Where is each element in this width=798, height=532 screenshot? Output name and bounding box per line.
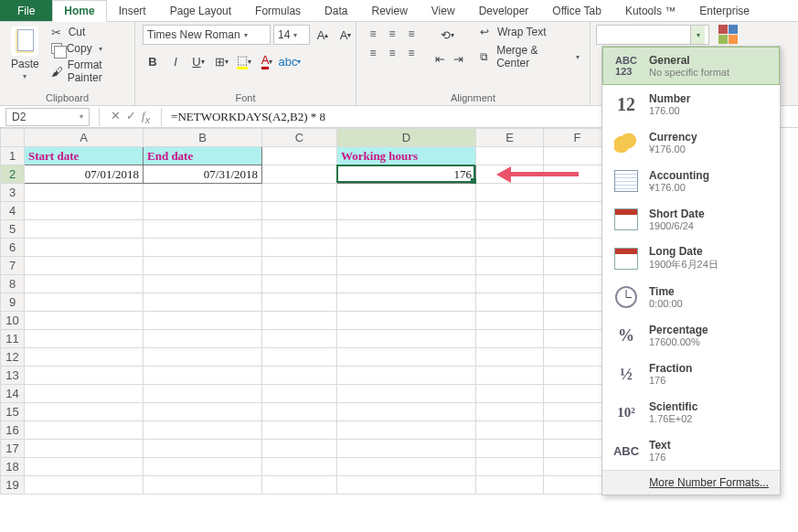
cell-B19[interactable]	[144, 476, 262, 495]
wrap-text-button[interactable]: ↩Wrap Text	[477, 25, 582, 39]
cell-B15[interactable]	[144, 403, 262, 421]
cell-D10[interactable]	[337, 312, 476, 330]
tab-office-tab[interactable]: Office Tab	[540, 0, 613, 21]
cell-B7[interactable]	[144, 257, 262, 275]
cell-C10[interactable]	[262, 312, 337, 330]
cell-A4[interactable]	[25, 202, 144, 220]
cell-D16[interactable]	[337, 421, 476, 440]
cell-D2[interactable]: 176	[337, 165, 476, 184]
cell-B14[interactable]	[144, 385, 262, 403]
cell-B4[interactable]	[144, 202, 262, 220]
cell-E5[interactable]	[476, 220, 544, 239]
cell-D8[interactable]	[337, 275, 476, 293]
cell-A17[interactable]	[25, 440, 144, 458]
cell-E17[interactable]	[476, 440, 544, 458]
cell-D15[interactable]	[337, 403, 476, 421]
row-header-17[interactable]: 17	[1, 440, 25, 458]
row-header-6[interactable]: 6	[1, 239, 25, 257]
cut-button[interactable]: Cut	[48, 25, 127, 39]
cell-E6[interactable]	[476, 239, 544, 257]
tab-insert[interactable]: Insert	[107, 0, 158, 21]
numfmt-number[interactable]: 12Number176.00	[602, 85, 780, 123]
cell-E3[interactable]	[476, 184, 544, 202]
cell-B18[interactable]	[144, 458, 262, 476]
cell-C18[interactable]	[262, 458, 337, 476]
cell-C6[interactable]	[262, 239, 337, 257]
more-number-formats[interactable]: More Number Formats...	[602, 470, 780, 495]
cell-D3[interactable]	[337, 184, 476, 202]
border-button[interactable]: ⊞▾	[211, 51, 231, 71]
tab-developer[interactable]: Developer	[467, 0, 541, 21]
cell-B6[interactable]	[144, 239, 262, 257]
tab-review[interactable]: Review	[359, 0, 419, 21]
cell-D14[interactable]	[337, 385, 476, 403]
tab-view[interactable]: View	[420, 0, 467, 21]
cell-A18[interactable]	[25, 458, 144, 476]
numfmt-fraction[interactable]: ½Fraction176	[602, 355, 780, 393]
copy-button[interactable]: Copy▾	[48, 41, 127, 56]
numfmt-text[interactable]: ABCText176	[602, 431, 780, 470]
format-painter-button[interactable]: Format Painter	[48, 58, 127, 85]
numfmt-scientific[interactable]: 10²Scientific1.76E+02	[602, 393, 780, 431]
row-header-1[interactable]: 1	[1, 147, 25, 165]
col-header-E[interactable]: E	[476, 129, 544, 147]
cell-E9[interactable]	[476, 293, 544, 312]
bold-button[interactable]: B	[143, 51, 163, 71]
cell-E14[interactable]	[476, 385, 544, 403]
grow-font-button[interactable]: A▴	[313, 25, 333, 45]
row-header-7[interactable]: 7	[1, 257, 25, 275]
cell-B17[interactable]	[144, 440, 262, 458]
row-header-16[interactable]: 16	[1, 421, 25, 440]
cell-A14[interactable]	[25, 385, 144, 403]
cell-B5[interactable]	[144, 220, 262, 239]
cell-A3[interactable]	[25, 184, 144, 202]
tab-page-layout[interactable]: Page Layout	[158, 0, 243, 21]
underline-button[interactable]: U▾	[188, 51, 208, 71]
font-color-button[interactable]: A▾	[257, 51, 277, 71]
numfmt-longdate[interactable]: Long Date1900年6月24日	[602, 239, 780, 278]
row-header-10[interactable]: 10	[1, 312, 25, 330]
cell-E16[interactable]	[476, 421, 544, 440]
numfmt-accounting[interactable]: Accounting¥176.00	[602, 162, 780, 200]
row-header-15[interactable]: 15	[1, 403, 25, 421]
align-bottom-button[interactable]: ≡	[402, 25, 420, 43]
cell-D11[interactable]	[337, 330, 476, 348]
cell-A12[interactable]	[25, 348, 144, 367]
numfmt-shortdate[interactable]: Short Date1900/6/24	[602, 200, 780, 239]
cell-C12[interactable]	[262, 348, 337, 367]
row-header-5[interactable]: 5	[1, 220, 25, 239]
cell-C16[interactable]	[262, 421, 337, 440]
tab-formulas[interactable]: Formulas	[243, 0, 313, 21]
cell-B11[interactable]	[144, 330, 262, 348]
cell-D5[interactable]	[337, 220, 476, 239]
font-size-combo[interactable]: 14▾	[273, 25, 310, 45]
cell-B2[interactable]: 07/31/2018	[144, 165, 262, 184]
phonetic-button[interactable]: abc▾	[280, 51, 300, 71]
cell-B8[interactable]	[144, 275, 262, 293]
cell-C19[interactable]	[262, 476, 337, 495]
cell-E12[interactable]	[476, 348, 544, 367]
cell-E11[interactable]	[476, 330, 544, 348]
row-header-3[interactable]: 3	[1, 184, 25, 202]
align-left-button[interactable]: ≡	[364, 44, 382, 62]
align-top-button[interactable]: ≡	[364, 25, 382, 43]
cell-E10[interactable]	[476, 312, 544, 330]
row-header-19[interactable]: 19	[1, 476, 25, 495]
tab-file[interactable]: File	[0, 0, 52, 21]
cell-B12[interactable]	[144, 348, 262, 367]
row-header-9[interactable]: 9	[1, 293, 25, 312]
cell-A6[interactable]	[25, 239, 144, 257]
row-header-18[interactable]: 18	[1, 458, 25, 476]
row-header-4[interactable]: 4	[1, 202, 25, 220]
name-box[interactable]: D2▾	[5, 108, 90, 126]
cell-C3[interactable]	[262, 184, 337, 202]
tab-enterprise[interactable]: Enterprise	[687, 0, 761, 21]
cell-E8[interactable]	[476, 275, 544, 293]
cell-E15[interactable]	[476, 403, 544, 421]
cell-C7[interactable]	[262, 257, 337, 275]
align-center-button[interactable]: ≡	[383, 44, 401, 62]
row-header-14[interactable]: 14	[1, 385, 25, 403]
shrink-font-button[interactable]: A▾	[335, 25, 356, 45]
cell-C17[interactable]	[262, 440, 337, 458]
cell-C11[interactable]	[262, 330, 337, 348]
